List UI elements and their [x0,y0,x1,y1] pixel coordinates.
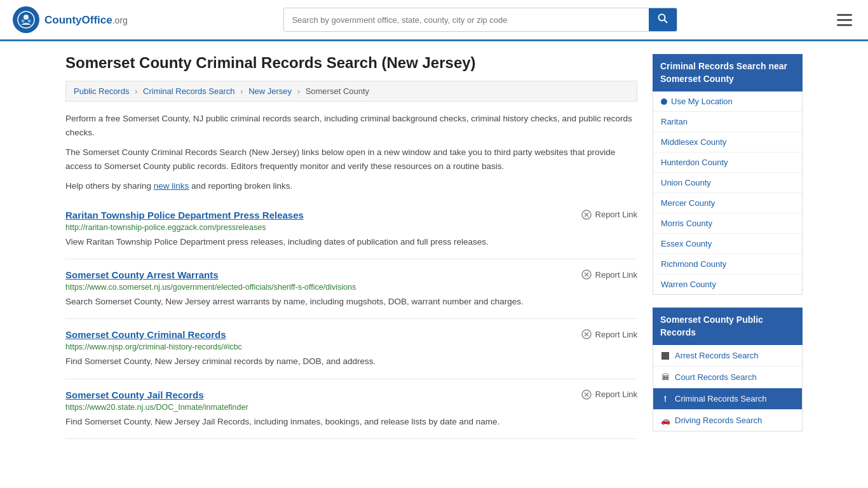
breadcrumb-current: Somerset County [306,86,369,96]
nearby-use-location[interactable]: Use My Location [653,92,802,112]
pub-records-driving[interactable]: 🚗 Driving Records Search [653,410,802,431]
records-list: Raritan Township Police Department Press… [65,200,637,439]
breadcrumb-public-records[interactable]: Public Records [74,86,129,96]
record-title[interactable]: Somerset County Jail Records [65,390,204,400]
menu-button[interactable] [834,11,855,29]
record-desc: Find Somerset County, New Jersey crimina… [65,355,637,368]
report-icon [581,329,592,339]
search-input[interactable] [284,10,649,30]
nearby-link[interactable]: Essex County [661,239,712,248]
public-records-header: Somerset County Public Records [653,308,803,345]
criminal-records-label: Criminal Records Search [675,394,767,403]
record-item: Somerset County Jail Records Report Link… [65,379,637,439]
record-url: https://www.co.somerset.nj.us/government… [65,283,637,292]
pub-records-court[interactable]: 🏛 Court Records Search [653,367,802,388]
driving-records-link[interactable]: Driving Records Search [675,416,762,425]
logo-area: CountyOffice.org [13,6,128,33]
list-item[interactable]: Morris County [653,214,802,234]
square-icon [661,351,670,360]
public-records-list: Arrest Records Search 🏛 Court Records Se… [653,345,803,431]
page-title: Somerset County Criminal Records Search … [65,54,637,72]
record-url: https://www20.state.nj.us/DOC_Inmate/inm… [65,403,637,412]
use-location-link[interactable]: Use My Location [671,97,733,106]
nearby-link[interactable]: Middlesex County [661,137,726,147]
list-item[interactable]: Raritan [653,112,802,132]
public-records-section: Somerset County Public Records Arrest Re… [653,308,803,431]
building-icon: 🏛 [661,373,670,382]
arrest-records-link[interactable]: Arrest Records Search [675,351,759,360]
record-title[interactable]: Somerset County Criminal Records [65,329,226,340]
record-url: https://www.njsp.org/criminal-history-re… [65,342,637,351]
pub-records-arrest[interactable]: Arrest Records Search [653,345,802,367]
breadcrumb-new-jersey[interactable]: New Jersey [248,86,292,96]
location-dot-icon [661,98,667,105]
report-link-button[interactable]: Report Link [581,390,637,400]
record-desc: Search Somerset County, New Jersey arres… [65,295,637,308]
sidebar: Criminal Records Search near Somerset Co… [653,54,803,444]
nearby-link[interactable]: Warren County [661,280,716,289]
list-item[interactable]: Essex County [653,234,802,254]
record-title[interactable]: Somerset County Arrest Warrants [65,269,219,280]
hamburger-line [837,19,852,21]
list-item[interactable]: Hunterdon County [653,152,802,173]
record-item-header: Somerset County Arrest Warrants Report L… [65,269,637,280]
record-desc: View Raritan Township Police Department … [65,236,637,248]
record-item: Raritan Township Police Department Press… [65,200,637,259]
site-header: CountyOffice.org [0,0,868,41]
list-item[interactable]: Mercer County [653,193,802,214]
svg-point-4 [659,15,665,21]
list-item[interactable]: Middlesex County [653,132,802,152]
description-para-3: Help others by sharing new links and rep… [65,179,637,193]
description-area: Perform a free Somerset County, NJ publi… [65,112,637,193]
svg-point-3 [28,20,31,23]
content-area: Somerset County Criminal Records Search … [65,54,637,444]
record-item-header: Somerset County Jail Records Report Link [65,390,637,400]
search-icon [658,13,668,24]
nearby-link[interactable]: Hunterdon County [661,158,728,167]
breadcrumb-criminal-records-search[interactable]: Criminal Records Search [143,86,235,96]
record-item-header: Raritan Township Police Department Press… [65,210,637,220]
hamburger-line [837,24,852,26]
hamburger-line [837,14,852,16]
report-icon [581,269,592,280]
logo-text: CountyOffice.org [44,13,128,27]
report-link-button[interactable]: Report Link [581,269,637,280]
exclaim-icon: ! [661,395,670,403]
nearby-link[interactable]: Raritan [661,117,688,126]
record-item: Somerset County Arrest Warrants Report L… [65,259,637,319]
nearby-section: Criminal Records Search near Somerset Co… [653,54,803,295]
report-icon [581,390,592,400]
list-item[interactable]: Union County [653,173,802,193]
nearby-link[interactable]: Mercer County [661,198,715,208]
record-item: Somerset County Criminal Records Report … [65,319,637,379]
main-container: Somerset County Criminal Records Search … [53,41,815,457]
svg-point-1 [24,15,29,20]
description-para-1: Perform a free Somerset County, NJ publi… [65,112,637,139]
court-records-link[interactable]: Court Records Search [675,372,757,382]
nearby-link[interactable]: Morris County [661,219,712,228]
car-icon: 🚗 [661,416,670,425]
nearby-link[interactable]: Union County [661,178,711,187]
record-url: http://raritan-township-police.eggzack.c… [65,223,637,232]
nearby-header: Criminal Records Search near Somerset Co… [653,54,803,92]
nearby-link[interactable]: Richmond County [661,259,726,269]
search-button[interactable] [649,8,677,31]
report-link-button[interactable]: Report Link [581,210,637,220]
report-icon [581,210,592,220]
search-container [283,8,677,32]
description-para-2: The Somerset County Criminal Records Sea… [65,146,637,173]
svg-line-5 [665,20,668,24]
logo-icon [13,6,39,33]
record-desc: Find Somerset County, New Jersey Jail Re… [65,416,637,428]
breadcrumb: Public Records › Criminal Records Search… [65,81,637,102]
record-item-header: Somerset County Criminal Records Report … [65,329,637,340]
report-link-button[interactable]: Report Link [581,329,637,339]
record-title[interactable]: Raritan Township Police Department Press… [65,210,304,220]
list-item[interactable]: Richmond County [653,254,802,274]
list-item[interactable]: Warren County [653,274,802,294]
svg-point-2 [22,20,25,23]
nearby-list: Use My Location Raritan Middlesex County… [653,92,803,295]
new-links-link[interactable]: new links [154,181,189,191]
pub-records-criminal[interactable]: ! Criminal Records Search [653,388,802,410]
